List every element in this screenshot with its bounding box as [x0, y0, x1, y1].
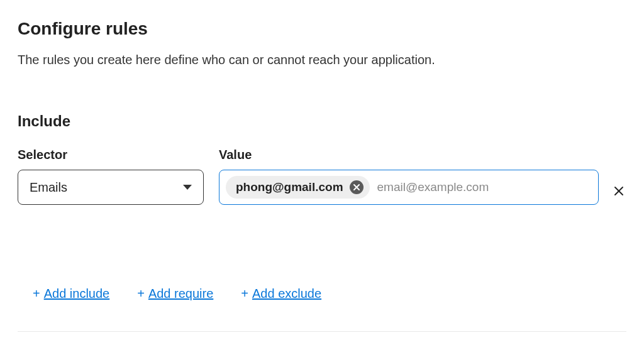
chip-remove-button[interactable] — [350, 180, 364, 194]
rule-actions: + Add include + Add require + Add exclud… — [18, 287, 626, 301]
plus-icon: + — [33, 287, 40, 301]
remove-rule-button[interactable] — [611, 183, 626, 200]
include-rule-row: Selector Emails Value phong@gmail.com — [18, 148, 626, 205]
add-require-label: Add require — [148, 287, 213, 301]
plus-icon: + — [137, 287, 145, 301]
add-require-button[interactable]: + Add require — [137, 287, 213, 301]
selector-label: Selector — [18, 148, 204, 162]
page-title: Configure rules — [18, 19, 626, 39]
value-label: Value — [219, 148, 626, 162]
add-include-button[interactable]: + Add include — [33, 287, 109, 301]
email-chip: phong@gmail.com — [226, 176, 370, 199]
add-exclude-label: Add exclude — [252, 287, 321, 301]
add-include-label: Add include — [44, 287, 110, 301]
selector-dropdown-value: Emails — [30, 180, 67, 195]
selector-dropdown[interactable]: Emails — [18, 170, 204, 205]
value-chip-input[interactable]: phong@gmail.com — [219, 170, 599, 205]
selector-field-group: Selector Emails — [18, 148, 204, 205]
include-section-title: Include — [18, 112, 626, 130]
page-description: The rules you create here define who can… — [18, 53, 626, 67]
chevron-down-icon — [183, 185, 192, 190]
plus-icon: + — [241, 287, 248, 301]
value-input[interactable] — [377, 180, 592, 194]
close-icon — [353, 184, 360, 190]
close-icon — [614, 186, 624, 196]
add-exclude-button[interactable]: + Add exclude — [241, 287, 321, 301]
email-chip-text: phong@gmail.com — [236, 180, 343, 194]
divider — [18, 331, 626, 332]
value-field-group: Value phong@gmail.com — [219, 148, 626, 205]
